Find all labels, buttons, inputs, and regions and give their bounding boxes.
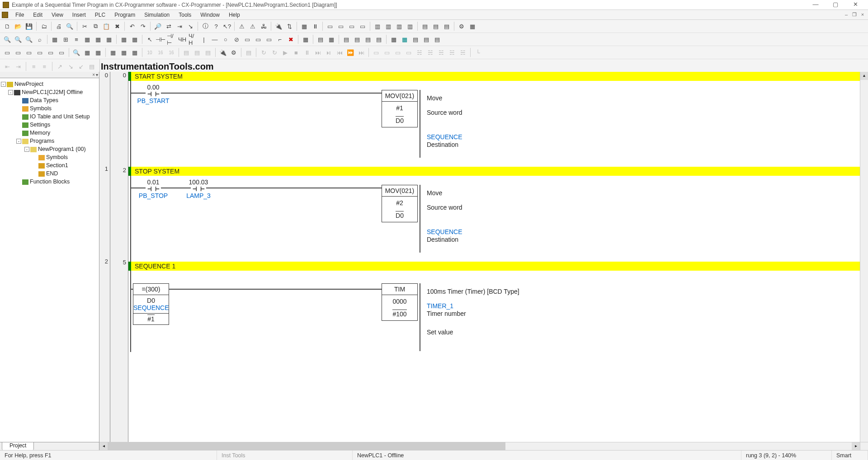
ladder-canvas[interactable]: START SYSTEM0.00⊣ ⊢PB_STARTMOV(021)#1D0M… — [128, 72, 860, 74]
r3-c[interactable]: ▭ — [24, 47, 34, 57]
mdi-close[interactable]: × — [859, 12, 866, 18]
r3-m[interactable]: ▤ — [181, 47, 191, 57]
tree-pin-icon[interactable]: × — [92, 72, 95, 74]
t-icon-h[interactable]: ▦ — [389, 34, 399, 44]
pause2-icon[interactable]: ⏸ — [302, 47, 312, 57]
undo-icon[interactable]: ↶ — [127, 21, 137, 31]
r3-ab[interactable]: └ — [473, 47, 483, 57]
func3-icon[interactable]: ▭ — [264, 34, 274, 44]
view3-icon[interactable]: ≡ — [71, 34, 81, 44]
m4-icon[interactable]: ▥ — [405, 21, 415, 31]
r3-d[interactable]: ▭ — [35, 47, 45, 57]
warn2-icon[interactable]: ⚠ — [248, 21, 258, 31]
t-icon-c[interactable]: ▦ — [326, 34, 336, 44]
sim2-icon[interactable]: ⚙ — [229, 47, 239, 57]
k3-icon[interactable]: ↙ — [77, 61, 86, 71]
replace-icon[interactable]: ⇄ — [164, 21, 174, 31]
redo-icon[interactable]: ↷ — [138, 21, 148, 31]
warn-icon[interactable]: ⚠ — [237, 21, 247, 31]
menu-insert[interactable]: Insert — [68, 11, 90, 19]
t-icon-e[interactable]: ▤ — [352, 34, 362, 44]
play-icon[interactable]: ▶ — [280, 47, 290, 57]
indent-right-icon[interactable]: ⇥ — [14, 61, 23, 71]
t-icon-f[interactable]: ▤ — [363, 34, 373, 44]
r3-k[interactable]: ▦ — [119, 47, 129, 57]
coil-icon[interactable]: ○ — [221, 34, 231, 44]
r3-y[interactable]: ☵ — [436, 47, 446, 57]
t-icon-j[interactable]: ▤ — [410, 34, 420, 44]
new-icon[interactable]: 🗋 — [2, 21, 12, 31]
step-icon[interactable]: ⏭ — [313, 47, 323, 57]
t-icon-i[interactable]: ▦ — [400, 34, 410, 44]
menu-view[interactable]: View — [47, 11, 68, 19]
online-icon[interactable]: 🔌 — [274, 21, 283, 31]
close-button[interactable]: ✕ — [845, 0, 865, 9]
find-icon[interactable]: 🔎 — [153, 21, 163, 31]
m3-icon[interactable]: ▥ — [394, 21, 404, 31]
zoom-out-icon[interactable]: 🔍 — [2, 34, 12, 44]
maximize-button[interactable]: ▢ — [826, 0, 845, 9]
m1-icon[interactable]: ▥ — [373, 21, 382, 31]
del-icon[interactable]: ✖ — [286, 34, 296, 44]
delete-icon[interactable]: ✖ — [112, 21, 122, 31]
k4-icon[interactable]: ▤ — [87, 61, 96, 71]
r3-v[interactable]: ▭ — [404, 47, 414, 57]
view1-icon[interactable]: ▦ — [50, 34, 60, 44]
vline-icon[interactable]: | — [199, 34, 209, 44]
t-icon-d[interactable]: ▤ — [341, 34, 351, 44]
next-icon[interactable]: ↘ — [185, 21, 195, 31]
r3-o[interactable]: ▤ — [203, 47, 213, 57]
r3-w[interactable]: ☵ — [415, 47, 425, 57]
transfer-icon[interactable]: ⇅ — [284, 21, 294, 31]
end-icon[interactable]: ⏭ — [356, 47, 366, 57]
r3-f[interactable]: ▭ — [57, 47, 66, 57]
r3-h[interactable]: ▦ — [82, 47, 92, 57]
c2-icon[interactable]: ▦ — [467, 21, 477, 31]
save-icon[interactable]: 💾 — [24, 21, 34, 31]
w3-icon[interactable]: ▤ — [442, 21, 452, 31]
r3-u[interactable]: ▭ — [393, 47, 403, 57]
view4-icon[interactable]: ▦ — [82, 34, 92, 44]
t-icon-b[interactable]: ▤ — [316, 34, 326, 44]
d3-icon[interactable]: ▭ — [347, 21, 357, 31]
hline-icon[interactable]: — — [210, 34, 220, 44]
r3-t[interactable]: ▭ — [382, 47, 392, 57]
r3-q[interactable]: ↻ — [259, 47, 269, 57]
menu-file[interactable]: File — [11, 11, 28, 19]
coil-not-icon[interactable]: ⊘ — [231, 34, 241, 44]
menu-help[interactable]: Help — [224, 11, 245, 19]
help-icon[interactable]: ? — [211, 21, 221, 31]
r3-n[interactable]: ▤ — [192, 47, 202, 57]
mdi-restore[interactable]: ❐ — [851, 12, 858, 18]
menu-tools[interactable]: Tools — [174, 11, 196, 19]
r3-x[interactable]: ☵ — [425, 47, 435, 57]
zoom-in-icon[interactable]: 🔍 — [13, 34, 23, 44]
menu-window[interactable]: Window — [196, 11, 224, 19]
menu-plc[interactable]: PLC — [90, 11, 110, 19]
copy-icon[interactable]: ⧉ — [90, 21, 100, 31]
ff-icon[interactable]: ⏩ — [345, 47, 355, 57]
contact-or-icon[interactable]: ЧН — [177, 34, 187, 44]
r3-r[interactable]: ↻ — [269, 47, 279, 57]
mdi-minimize[interactable]: – — [843, 12, 850, 18]
k1-icon[interactable]: ↗ — [56, 61, 65, 71]
d1-icon[interactable]: ▭ — [325, 21, 335, 31]
r3-e[interactable]: ▭ — [46, 47, 56, 57]
func2-icon[interactable]: ▭ — [253, 34, 263, 44]
r3-aa[interactable]: ☵ — [458, 47, 468, 57]
r3-16[interactable]: 16 — [156, 47, 165, 57]
cut-icon[interactable]: ✂ — [80, 21, 90, 31]
net-icon[interactable]: 🖧 — [259, 21, 269, 31]
cursor-icon[interactable]: ↖ — [145, 34, 155, 44]
pause-icon[interactable]: ⏸ — [310, 21, 320, 31]
align2-icon[interactable]: ≡ — [40, 61, 49, 71]
r3-z[interactable]: ☵ — [447, 47, 457, 57]
r3-16b[interactable]: 16 — [166, 47, 176, 57]
indent-left-icon[interactable]: ⇤ — [3, 61, 12, 71]
func-icon[interactable]: ▭ — [242, 34, 252, 44]
d4-icon[interactable]: ▭ — [358, 21, 368, 31]
minimize-button[interactable]: — — [806, 0, 826, 9]
r3-s[interactable]: ▭ — [371, 47, 381, 57]
step3-icon[interactable]: ⏮ — [335, 47, 344, 57]
vertical-scrollbar[interactable]: ▴ — [860, 72, 868, 74]
